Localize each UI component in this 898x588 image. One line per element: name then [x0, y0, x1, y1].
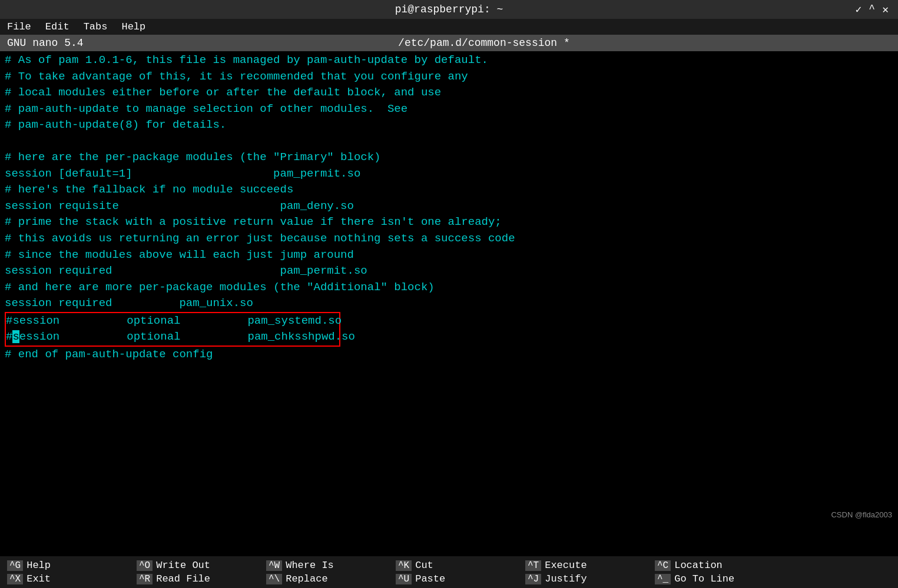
nano-version: GNU nano 5.4 — [7, 37, 84, 49]
shortcut-read-file[interactable]: ^R Read File — [134, 572, 264, 586]
editor-line-blank — [5, 363, 893, 379]
shortcut-exit[interactable]: ^X Exit — [5, 572, 134, 586]
editor-line-5: # pam-auth-update(8) for details. — [5, 117, 893, 134]
title-bar: pi@raspberrypi: ~ ✓ ^ ✕ — [0, 0, 898, 19]
shortcut-location[interactable]: ^C Location — [652, 559, 782, 572]
menu-tabs[interactable]: Tabs — [84, 21, 108, 32]
nano-header-right — [884, 37, 891, 49]
shortcut-justify[interactable]: ^J Justify — [523, 572, 652, 586]
shortcut-label-goto: Go To Line — [674, 573, 734, 584]
shortcut-label-exit: Exit — [26, 573, 51, 584]
shortcut-key-write: ^O — [137, 560, 153, 571]
menu-bar: File Edit Tabs Help — [0, 19, 898, 35]
menu-file[interactable]: File — [7, 21, 31, 32]
shortcut-key-paste: ^U — [396, 574, 412, 584]
shortcut-key-goto: ^_ — [655, 574, 671, 584]
shortcut-execute[interactable]: ^T Execute — [523, 559, 652, 572]
shortcut-where-is[interactable]: ^W Where Is — [264, 559, 393, 572]
shortcut-key-replace: ^\ — [266, 574, 282, 584]
shortcut-label-paste: Paste — [415, 573, 445, 584]
shortcut-write-out[interactable]: ^O Write Out — [134, 559, 264, 572]
minimize-button[interactable]: ✓ — [856, 3, 862, 16]
shortcut-label-justify: Justify — [545, 573, 586, 584]
shortcuts-bar: ^G Help ^O Write Out ^W Where Is ^K Cut … — [0, 556, 898, 588]
shortcut-label-execute: Execute — [545, 560, 586, 571]
highlighted-line-1: #session optional pam_systemd.so — [6, 313, 339, 330]
window-controls[interactable]: ✓ ^ ✕ — [856, 3, 889, 16]
shortcuts-row-2: ^X Exit ^R Read File ^\ Replace ^U Paste… — [5, 572, 893, 586]
editor-line-7: # here are the per-package modules (the … — [5, 150, 893, 166]
menu-edit[interactable]: Edit — [45, 21, 69, 32]
shortcut-help[interactable]: ^G Help — [5, 559, 134, 572]
shortcut-key-justify: ^J — [525, 574, 541, 584]
shortcut-label-location: Location — [674, 560, 723, 571]
menu-help[interactable]: Help — [121, 21, 145, 32]
shortcut-label-where: Where Is — [286, 560, 334, 571]
watermark: CSDN @flda2003 — [831, 510, 892, 521]
editor-line-6 — [5, 134, 893, 150]
editor-line-1: # As of pam 1.0.1-6, this file is manage… — [5, 52, 893, 69]
editor-line-14: session required pam_permit.so — [5, 263, 893, 280]
shortcut-label-replace: Replace — [286, 573, 327, 584]
editor-area[interactable]: # As of pam 1.0.1-6, this file is manage… — [0, 51, 898, 556]
editor-line-after: # end of pam-auth-update config — [5, 347, 893, 363]
editor-line-9: # here's the fallback if no module succe… — [5, 182, 893, 198]
editor-line-10: session requisite pam_deny.so — [5, 198, 893, 215]
maximize-button[interactable]: ^ — [869, 3, 875, 16]
editor-line-3: # local modules either before or after t… — [5, 85, 893, 101]
close-button[interactable]: ✕ — [882, 3, 889, 16]
shortcut-label-write: Write Out — [156, 560, 210, 571]
highlighted-line-2: #session optional pam_chksshpwd.so — [6, 329, 339, 346]
shortcuts-row-1: ^G Help ^O Write Out ^W Where Is ^K Cut … — [5, 559, 893, 572]
shortcut-key-execute: ^T — [525, 560, 541, 571]
shortcut-replace[interactable]: ^\ Replace — [264, 572, 393, 586]
editor-line-13: # since the modules above will each just… — [5, 247, 893, 264]
editor-line-11: # prime the stack with a positive return… — [5, 214, 893, 231]
highlight-box: #session optional pam_systemd.so #sessio… — [5, 312, 340, 347]
shortcut-label-cut: Cut — [415, 560, 433, 571]
shortcut-cut[interactable]: ^K Cut — [393, 559, 523, 572]
shortcut-key-location: ^C — [655, 560, 671, 571]
shortcut-key-help: ^G — [7, 560, 23, 571]
shortcut-paste[interactable]: ^U Paste — [393, 572, 523, 586]
editor-line-15: # and here are more per-package modules … — [5, 280, 893, 296]
cursor: s — [12, 330, 19, 343]
editor-line-12: # this avoids us returning an error just… — [5, 231, 893, 247]
nano-header: GNU nano 5.4 /etc/pam.d/common-session * — [0, 35, 898, 51]
nano-filename: /etc/pam.d/common-session * — [398, 37, 570, 49]
shortcut-key-read: ^R — [137, 574, 153, 584]
window-title: pi@raspberrypi: ~ — [395, 4, 503, 15]
shortcut-key-where: ^W — [266, 560, 282, 571]
editor-line-16: session required pam_unix.so — [5, 295, 893, 312]
editor-line-4: # pam-auth-update to manage selection of… — [5, 101, 893, 118]
shortcut-key-exit: ^X — [7, 574, 23, 584]
shortcut-key-cut: ^K — [396, 560, 412, 571]
editor-line-2: # To take advantage of this, it is recom… — [5, 69, 893, 85]
editor-line-8: session [default=1] pam_permit.so — [5, 166, 893, 182]
shortcut-label-help: Help — [26, 560, 51, 571]
shortcut-go-to-line[interactable]: ^_ Go To Line — [652, 572, 782, 586]
shortcut-label-read: Read File — [156, 573, 210, 584]
